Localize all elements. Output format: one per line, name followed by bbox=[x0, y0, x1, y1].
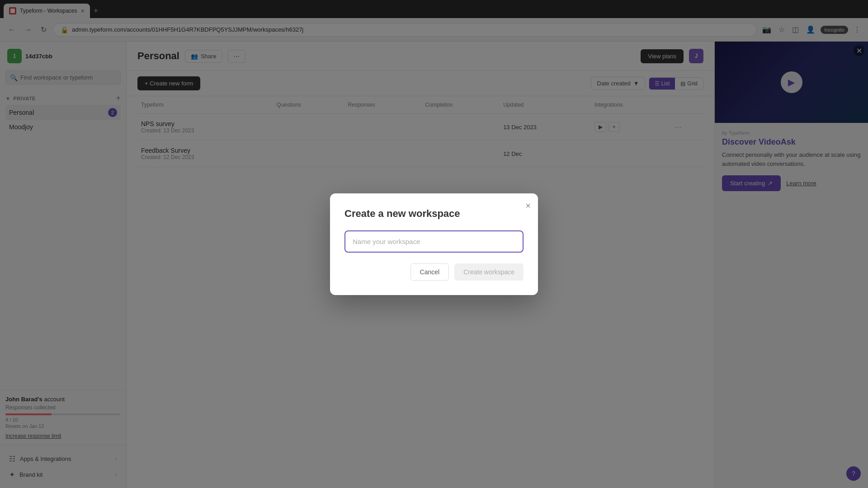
cancel-button[interactable]: Cancel bbox=[410, 263, 449, 281]
modal-close-button[interactable]: × bbox=[525, 201, 531, 211]
workspace-name-input[interactable] bbox=[344, 230, 524, 253]
modal-actions: Cancel Create workspace bbox=[344, 263, 524, 281]
modal-overlay: × Create a new workspace Cancel Create w… bbox=[0, 0, 868, 488]
create-workspace-modal: × Create a new workspace Cancel Create w… bbox=[330, 193, 538, 295]
create-workspace-button[interactable]: Create workspace bbox=[454, 263, 524, 281]
modal-title: Create a new workspace bbox=[344, 208, 524, 220]
